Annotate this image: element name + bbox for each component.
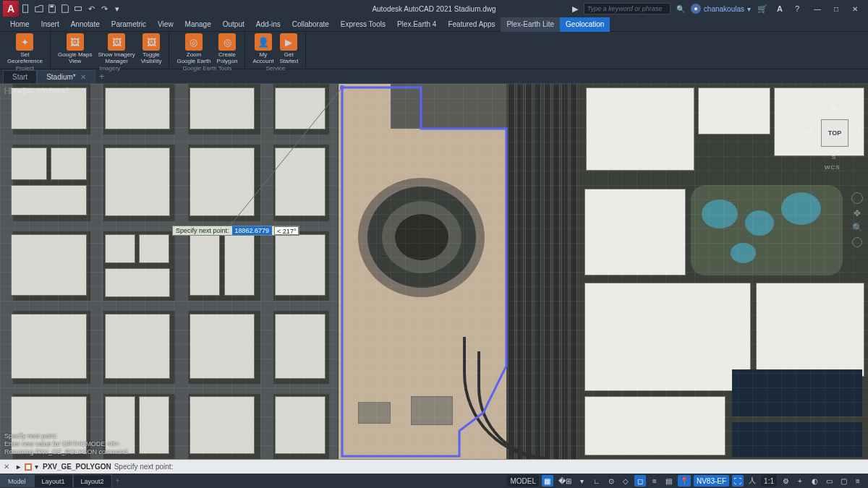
menu-annotate[interactable]: Annotate <box>65 17 106 32</box>
menu-manage[interactable]: Manage <box>179 17 217 32</box>
sb-customize-icon[interactable]: ≡ <box>852 475 864 487</box>
close-button[interactable]: ✕ <box>846 3 864 14</box>
viewcube-wcs[interactable]: WCS <box>825 164 841 171</box>
qat-open-icon[interactable] <box>33 3 45 14</box>
qat-redo-icon[interactable]: ↷ <box>98 3 110 14</box>
autodesk-icon[interactable]: A <box>774 3 786 14</box>
sb-geomarker-icon[interactable]: 📍 <box>678 475 691 487</box>
ribbon-icon: 🖼 <box>142 33 160 51</box>
menu-plex-earth-4[interactable]: Plex.Earth 4 <box>391 17 442 32</box>
menu-view[interactable]: View <box>152 17 179 32</box>
doc-tab-stadium[interactable]: Stadium*✕ <box>37 70 95 83</box>
ribbon-label: Zoom Google Earth <box>176 51 210 64</box>
panel-title: Service <box>245 64 305 73</box>
menu-geolocation[interactable]: Geolocation <box>560 17 610 32</box>
title-text: Autodesk AutoCAD 2021 Stadium.dwg <box>372 5 495 13</box>
sb-osnap-icon[interactable]: ◻ <box>634 475 646 487</box>
ribbon-set-georeference[interactable]: ✦Set Georeference <box>4 33 46 64</box>
sb-monitor-icon[interactable]: ▭ <box>823 475 835 487</box>
viewcube-s[interactable]: S <box>832 154 835 160</box>
sb-plus-icon[interactable]: + <box>794 475 806 487</box>
sb-grid-icon[interactable]: ▦ <box>542 475 553 487</box>
sb-lineweight-icon[interactable]: ≡ <box>649 475 660 487</box>
user-dropdown-icon[interactable]: ▾ <box>747 5 751 13</box>
layout-tab-layout2[interactable]: Layout2 <box>73 474 112 487</box>
sb-iso-icon[interactable]: ◇ <box>620 475 631 487</box>
viewcube-n[interactable]: N <box>832 106 836 112</box>
sb-coordsys[interactable]: NV83-EF <box>694 475 729 487</box>
viewcube-e[interactable]: E <box>859 129 862 135</box>
qat-undo-icon[interactable]: ↶ <box>85 3 97 14</box>
viewcube[interactable]: N S W E TOP WCS <box>814 113 855 153</box>
doc-tab-add-button[interactable]: + <box>95 70 109 83</box>
navbar-orbit-icon[interactable] <box>852 237 862 247</box>
doc-tab-start[interactable]: Start <box>3 70 37 83</box>
qat-save-icon[interactable] <box>46 3 58 14</box>
menu-collaborate[interactable]: Collaborate <box>286 17 335 32</box>
user-chip[interactable]: ● chanakoulas ▾ <box>691 4 751 14</box>
ribbon-get-started[interactable]: ▶Get Started <box>276 33 301 64</box>
ribbon-zoom-google-earth[interactable]: ◎Zoom Google Earth <box>174 33 213 64</box>
layout-add-button[interactable]: + <box>112 477 124 484</box>
sb-scale[interactable]: 1:1 <box>761 475 777 487</box>
menu-home[interactable]: Home <box>4 17 35 32</box>
ribbon-show-imagery-manager[interactable]: 🖼Show Imagery Manager <box>95 33 138 64</box>
command-line[interactable]: ✕ ▸ ▾ PXV_GE_POLYGON Specify next point: <box>0 459 868 474</box>
minimize-button[interactable]: — <box>809 3 826 14</box>
layout-tab-layout1[interactable]: Layout1 <box>34 474 73 487</box>
viewport-label[interactable]: [-][Top][2D Wireframe] <box>4 87 68 94</box>
sb-polar-icon[interactable]: ⊙ <box>605 475 617 487</box>
sb-annotation-icon[interactable]: 人 <box>746 475 758 487</box>
menu-plex-earth-lite[interactable]: Plex-Earth Lite <box>501 17 560 32</box>
ribbon: ✦Set GeoreferenceProject🖼Google Maps Vie… <box>0 32 868 69</box>
layout-tab-model[interactable]: Model <box>0 474 34 487</box>
menu-express-tools[interactable]: Express Tools <box>335 17 391 32</box>
sb-annoscale-icon[interactable]: ⛶ <box>732 475 744 487</box>
ribbon-toggle-visibility[interactable]: 🖼Toggle Visibility <box>138 33 165 64</box>
qat-saveas-icon[interactable] <box>59 3 71 14</box>
qat-dropdown-icon[interactable]: ▾ <box>111 3 123 14</box>
tooltip-angle[interactable]: < 217° <box>274 226 299 235</box>
cart-icon[interactable]: 🛒 <box>757 3 768 14</box>
cmdline-gear-icon[interactable] <box>23 462 33 472</box>
drawing-viewport[interactable]: [-][Top][2D Wireframe] Specify next poin… <box>0 84 868 459</box>
tooltip-distance[interactable]: 18862.6779 <box>232 226 273 235</box>
qat-new-icon[interactable] <box>20 3 32 14</box>
viewcube-w[interactable]: W <box>806 129 812 135</box>
sb-ortho-icon[interactable]: ∟ <box>591 475 603 487</box>
ribbon-create-polygon[interactable]: ◎Create Polygon <box>214 33 241 64</box>
command-history: Specify next point:Enter new value for O… <box>4 432 129 456</box>
sb-model-button[interactable]: MODEL <box>507 475 539 487</box>
sb-transparency-icon[interactable]: ▤ <box>663 475 675 487</box>
ribbon-google-maps-view[interactable]: 🖼Google Maps View <box>55 33 95 64</box>
ribbon-my-account[interactable]: 👤My Account <box>250 33 276 64</box>
help-icon[interactable]: ? <box>791 3 803 14</box>
sb-cleanscreen-icon[interactable]: ▢ <box>838 475 849 487</box>
sb-workspace-icon[interactable]: ◐ <box>809 475 820 487</box>
menu-parametric[interactable]: Parametric <box>106 17 152 32</box>
sb-gear-icon[interactable]: ⚙ <box>780 475 791 487</box>
viewcube-top[interactable]: TOP <box>821 119 848 147</box>
doc-tab-close-icon[interactable]: ✕ <box>80 71 86 84</box>
signin-icon[interactable]: 🔍 <box>676 5 685 13</box>
svg-rect-1 <box>50 6 53 8</box>
navbar-zoom-icon[interactable]: 🔍 <box>852 223 863 233</box>
menu-insert[interactable]: Insert <box>35 17 65 32</box>
cmdline-caret-icon[interactable]: ▸ <box>13 463 23 471</box>
menu-add-ins[interactable]: Add-ins <box>250 17 286 32</box>
menu-output[interactable]: Output <box>217 17 250 32</box>
ribbon-icon: 🖼 <box>108 33 125 51</box>
qat-plot-icon[interactable] <box>72 3 84 14</box>
menu-bar: HomeInsertAnnotateParametricViewManageOu… <box>0 17 868 32</box>
cmdline-close-icon[interactable]: ✕ <box>0 463 13 471</box>
ribbon-label: Toggle Visibility <box>141 51 162 64</box>
search-input[interactable]: Type a keyword or phrase <box>584 3 671 14</box>
navbar-pan-icon[interactable]: ✥ <box>854 208 861 218</box>
sb-snap-icon[interactable]: �⊞ <box>556 475 574 487</box>
menu-featured-apps[interactable]: Featured Apps <box>442 17 501 32</box>
sb-dropdown-1-icon[interactable]: ▾ <box>576 475 588 487</box>
ribbon-icon: 🖼 <box>67 33 84 51</box>
ribbon-label: Set Georeference <box>7 51 43 64</box>
navbar-wheel-icon[interactable] <box>851 192 863 204</box>
maximize-button[interactable]: □ <box>827 3 845 14</box>
